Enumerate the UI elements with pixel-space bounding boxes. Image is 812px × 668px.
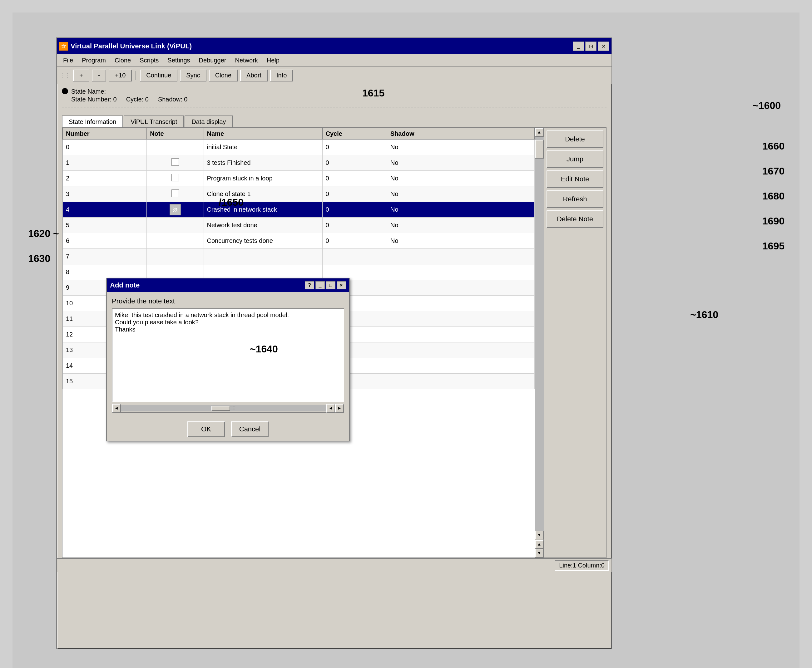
cell-extra	[472, 264, 535, 280]
cell-note	[147, 249, 204, 264]
toolbar-plus10-button[interactable]: +10	[109, 70, 132, 82]
modal-scroll-left2-button[interactable]: ◄	[326, 404, 335, 412]
toolbar-clone-button[interactable]: Clone	[209, 70, 238, 82]
note-image: 🖼	[169, 204, 181, 215]
annotation-1630: 1630	[28, 253, 50, 264]
modal-minimize-button[interactable]: _	[315, 281, 325, 289]
cell-number: 2	[63, 171, 147, 186]
window-title: Virtual Parallel Universe Link (ViPUL)	[70, 42, 192, 50]
toolbar-sync-button[interactable]: Sync	[180, 70, 206, 82]
table-row[interactable]: 3Clone of state 10No	[63, 186, 535, 202]
toolbar-plus-button[interactable]: +	[73, 70, 89, 82]
table-row[interactable]: 13 tests Finished0No	[63, 155, 535, 171]
delete-button[interactable]: Delete	[547, 130, 603, 148]
modal-close-button[interactable]: ×	[337, 281, 346, 289]
tab-state-information[interactable]: State Information	[62, 115, 123, 127]
scrollbar-up-button[interactable]: ▲	[535, 128, 544, 137]
maximize-button[interactable]: ⊡	[585, 42, 596, 51]
annotation-1600: ~1600	[753, 100, 781, 112]
cell-shadow	[387, 280, 472, 296]
cell-number: 5	[63, 217, 147, 233]
toolbar-separator	[136, 71, 136, 80]
modal-maximize-button[interactable]: □	[326, 281, 335, 289]
delete-note-button[interactable]: Delete Note	[547, 210, 603, 228]
edit-note-button[interactable]: Edit Note	[547, 170, 603, 188]
col-cycle: Cycle	[322, 128, 387, 140]
menu-help[interactable]: Help	[263, 55, 283, 65]
modal-scroll-thumb[interactable]	[211, 406, 230, 411]
scrollbar-down2-button[interactable]: ▼	[535, 549, 544, 558]
scrollbar-track	[535, 137, 544, 531]
scrollbar-down-button[interactable]: ▼	[535, 531, 544, 539]
table-row[interactable]: 6Concurrency tests done0No	[63, 233, 535, 249]
add-note-dialog: Add note ? _ □ × Provide the note text M…	[106, 278, 350, 441]
cell-extra	[472, 186, 535, 202]
modal-scroll-left-button[interactable]: ◄	[112, 404, 121, 412]
table-row[interactable]: 7	[63, 249, 535, 264]
cell-name: Concurrency tests done	[204, 233, 322, 249]
menu-program[interactable]: Program	[78, 55, 110, 65]
table-row[interactable]: 0initial State0No	[63, 140, 535, 155]
cell-name: initial State	[204, 140, 322, 155]
modal-cancel-button[interactable]: Cancel	[231, 421, 269, 437]
note-checkbox[interactable]	[171, 158, 179, 166]
cell-extra	[472, 374, 535, 389]
cell-extra	[472, 140, 535, 155]
table-row[interactable]: 5Network test done0No	[63, 217, 535, 233]
right-panel: Delete Jump Edit Note Refresh Delete Not…	[543, 128, 606, 558]
cell-cycle: 0	[322, 155, 387, 171]
cell-shadow: No	[387, 171, 472, 186]
cell-shadow: No	[387, 155, 472, 171]
menu-clone[interactable]: Clone	[111, 55, 135, 65]
note-textarea[interactable]: Mike, this test crashed in a network sta…	[112, 308, 344, 402]
menu-scripts[interactable]: Scripts	[136, 55, 162, 65]
toolbar-info-button[interactable]: Info	[270, 70, 293, 82]
cell-number: 3	[63, 186, 147, 202]
modal-label: Provide the note text	[112, 297, 344, 305]
toolbar-minus-button[interactable]: -	[92, 70, 107, 82]
cell-extra	[472, 296, 535, 311]
cell-note	[147, 264, 204, 280]
modal-ok-button[interactable]: OK	[188, 421, 225, 437]
cell-shadow	[387, 342, 472, 358]
table-row[interactable]: 4🖼Crashed in network stack0No	[63, 202, 535, 217]
annotation-1680: 1680	[762, 190, 785, 202]
jump-button[interactable]: Jump	[547, 150, 603, 168]
menu-file[interactable]: File	[59, 55, 77, 65]
annotation-1620: 1620 ~	[28, 228, 59, 239]
cell-name	[204, 264, 322, 280]
tab-bar: State Information ViPUL Transcript Data …	[57, 115, 611, 127]
annotation-1695: 1695	[762, 240, 785, 252]
modal-help-button[interactable]: ?	[305, 281, 314, 289]
cell-note	[147, 217, 204, 233]
scrollbar-thumb[interactable]	[535, 140, 544, 159]
toolbar-continue-button[interactable]: Continue	[140, 70, 177, 82]
close-button[interactable]: ✕	[598, 42, 609, 51]
annotation-1690: 1690	[762, 215, 785, 227]
cell-shadow	[387, 264, 472, 280]
tab-vipul-transcript[interactable]: ViPUL Transcript	[124, 115, 184, 127]
menu-network[interactable]: Network	[231, 55, 261, 65]
cell-shadow	[387, 296, 472, 311]
state-shadow: Shadow: 0	[158, 96, 188, 103]
scrollbar-up2-button[interactable]: ▲	[535, 540, 544, 549]
note-checkbox[interactable]	[171, 174, 179, 181]
cell-note	[147, 171, 204, 186]
status-text: Line:1 Column:0	[555, 560, 609, 571]
table-scrollbar: ▲ ▼ ▲ ▼	[535, 128, 543, 558]
toolbar-abort-button[interactable]: Abort	[240, 70, 268, 82]
modal-scroll-right-button[interactable]: ►	[335, 404, 344, 412]
refresh-button[interactable]: Refresh	[547, 190, 603, 208]
cell-cycle: 0	[322, 171, 387, 186]
col-extra	[472, 128, 535, 140]
cell-extra	[472, 358, 535, 374]
table-row[interactable]: 2Program stuck in a loop0No	[63, 171, 535, 186]
table-row[interactable]: 8	[63, 264, 535, 280]
menu-settings[interactable]: Settings	[164, 55, 194, 65]
tab-data-display[interactable]: Data display	[184, 115, 233, 127]
cell-extra	[472, 311, 535, 327]
cell-note: 🖼	[147, 202, 204, 217]
minimize-button[interactable]: _	[573, 42, 584, 51]
note-checkbox[interactable]	[171, 189, 179, 197]
menu-debugger[interactable]: Debugger	[195, 55, 230, 65]
